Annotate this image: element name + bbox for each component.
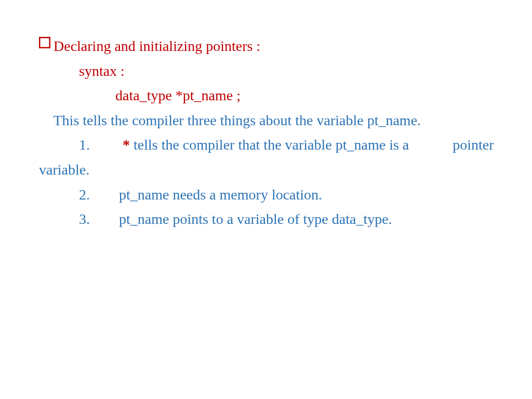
intro-cap: T (54, 112, 62, 128)
asterisk-symbol: * (123, 137, 130, 153)
syntax-code: data_type *pt_name ; (39, 83, 506, 108)
intro-prefix (39, 112, 54, 128)
intro-rest: his tells the compiler three things abou… (62, 112, 421, 128)
slide-content: Declaring and initializing pointers : sy… (39, 34, 506, 232)
title-rest: eclaring and initializing pointers : (64, 38, 260, 54)
syntax-label: syntax : (39, 59, 506, 84)
intro-line: This tells the compiler three things abo… (39, 108, 506, 133)
svg-rect-0 (39, 37, 50, 48)
list-item-2: 2. pt_name needs a memory location. (39, 182, 506, 207)
list-item-1: 1. * tells the compiler that the variabl… (39, 132, 506, 182)
list-item-3: 3. pt_name points to a variable of type … (39, 207, 506, 232)
title-cap: D (54, 38, 64, 54)
title-text: Declaring and initializing pointers : (54, 34, 260, 59)
item3-text: 3. pt_name points to a variable of type … (39, 211, 392, 227)
square-bullet-icon (39, 37, 50, 48)
title-line: Declaring and initializing pointers : (39, 34, 506, 59)
item1-prefix: 1. (39, 137, 123, 153)
